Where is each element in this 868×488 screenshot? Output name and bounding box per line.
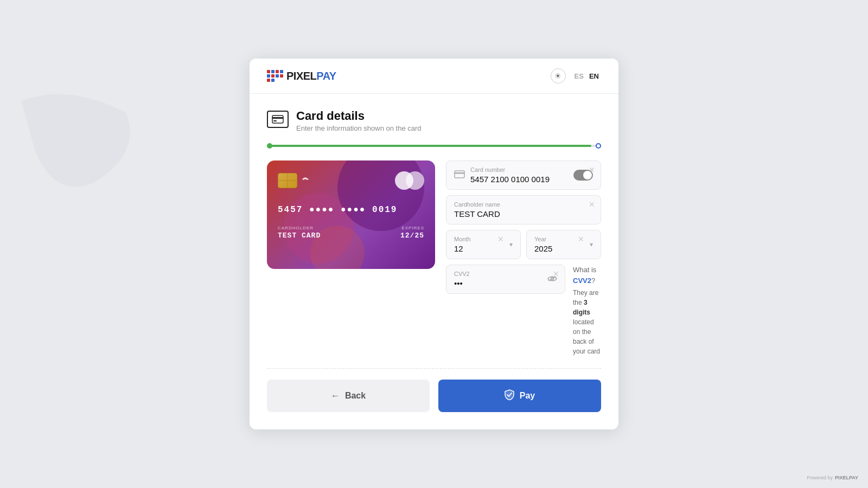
lang-controls: ☀ ES EN: [551, 68, 601, 84]
theme-toggle-button[interactable]: ☀: [551, 68, 566, 84]
card-top: [278, 171, 424, 190]
cardholder-asterisk: ✕: [589, 200, 595, 209]
cvv-asterisk: ✕: [553, 269, 559, 278]
expires-label: EXPIRES: [400, 226, 424, 230]
month-asterisk: ✕: [497, 235, 504, 243]
button-row: ← Back Pay: [267, 380, 601, 412]
month-value: 12: [454, 244, 505, 253]
expires-section: EXPIRES 12/25: [400, 226, 424, 240]
cvv-row: ✕ CVV2 •••: [446, 265, 601, 356]
payment-modal: PIXELPAY ☀ ES EN Card details Ente: [250, 59, 618, 429]
lang-es-button[interactable]: ES: [572, 71, 586, 81]
section-title: Card details: [296, 109, 422, 123]
cvv-hint-title: What is CVV2?: [573, 265, 601, 286]
cvv-hint-body: They are the 3 digits located on the bac…: [573, 288, 601, 356]
chip-icon: [278, 173, 297, 188]
cvv-inner: CVV2 •••: [454, 271, 547, 288]
card-number-field-inner: Card number 5457 2100 0100 0019: [454, 166, 593, 184]
cardholder-name-value: TEST CARD: [454, 209, 593, 219]
form-fields: ✕ Card number 5457 2100 0100 0019: [446, 160, 601, 356]
card-details-icon: [267, 111, 289, 128]
cardholder-value: TEST CARD: [278, 232, 321, 240]
year-field[interactable]: ✕ Year 2025 ▾: [526, 230, 601, 259]
cvv-value: •••: [454, 279, 547, 288]
logo-pay: PAY: [316, 70, 336, 82]
svg-rect-4: [455, 172, 464, 174]
card-icon: [454, 170, 465, 181]
cvv-hint: What is CVV2? They are the 3 digits loca…: [573, 265, 601, 356]
logo-grid-icon: [267, 70, 283, 82]
powered-by-text: Powered by: [807, 475, 833, 480]
pay-label: Pay: [520, 391, 535, 401]
bottom-branding: Powered by PIXELPAY: [807, 475, 858, 480]
cardholder-name-label: Cardholder name: [454, 201, 593, 208]
card-number-value: 5457 2100 0100 0019: [470, 175, 568, 184]
svg-rect-3: [455, 171, 464, 178]
cvv-field[interactable]: ✕ CVV2 •••: [446, 265, 565, 294]
logo-pixel: PIXEL: [286, 70, 316, 82]
logo: PIXELPAY: [267, 70, 336, 82]
brand-text: PIXELPAY: [835, 475, 858, 480]
toggle-knob: [583, 171, 592, 179]
cvv-hint-prefix: What is: [573, 266, 596, 274]
cardholder-name-field[interactable]: ✕ Cardholder name TEST CARD: [446, 195, 601, 224]
card-number-content: Card number 5457 2100 0100 0019: [470, 166, 568, 184]
card-number-toggle[interactable]: [573, 170, 593, 181]
cardholder-section: CARDHOLDER TEST CARD: [278, 226, 321, 240]
back-label: Back: [345, 391, 366, 401]
mc-circle-right: [406, 171, 424, 190]
svg-rect-1: [272, 117, 283, 119]
section-title-block: Card details Enter the information shown…: [296, 109, 422, 132]
contactless-icon: [301, 175, 310, 187]
language-switcher: ES EN: [572, 71, 601, 81]
card-number-display: 5457 ●●●● ●●●● 0019: [278, 205, 424, 215]
progress-end-dot: [596, 143, 601, 149]
cardholder-label: CARDHOLDER: [278, 226, 321, 230]
section-divider: [267, 368, 601, 369]
cvv-hint-body-suffix: located on the back of your card: [573, 318, 600, 355]
modal-body: Card details Enter the information shown…: [250, 94, 618, 429]
card-number-label: Card number: [470, 166, 568, 173]
expires-value: 12/25: [400, 232, 424, 240]
progress-start-dot: [267, 143, 272, 149]
expiry-row: ✕ Month 12 ▾ ✕ Year 2025 ▾: [446, 230, 601, 259]
year-chevron-icon: ▾: [590, 241, 593, 248]
card-number-field[interactable]: ✕ Card number 5457 2100 0100 0019: [446, 160, 601, 190]
cvv-label: CVV2: [454, 271, 547, 277]
cvv-hint-highlight: CVV2: [573, 277, 591, 285]
month-chevron-icon: ▾: [509, 241, 513, 248]
back-arrow-icon: ←: [331, 391, 340, 401]
month-field[interactable]: ✕ Month 12 ▾: [446, 230, 521, 259]
mastercard-logo: [395, 171, 424, 190]
section-subtitle: Enter the information shown on the card: [296, 124, 422, 132]
lang-en-button[interactable]: EN: [587, 71, 601, 81]
card-bottom: CARDHOLDER TEST CARD EXPIRES 12/25: [278, 226, 424, 240]
year-asterisk: ✕: [578, 235, 584, 243]
cvv-hint-suffix: ?: [591, 277, 595, 285]
pay-button[interactable]: Pay: [438, 380, 601, 412]
content-row: 5457 ●●●● ●●●● 0019 CARDHOLDER TEST CARD…: [267, 160, 601, 356]
svg-rect-2: [273, 120, 277, 121]
logo-text: PIXELPAY: [286, 70, 336, 82]
back-button[interactable]: ← Back: [267, 380, 430, 412]
chip-area: [278, 173, 310, 188]
modal-header: PIXELPAY ☀ ES EN: [250, 59, 618, 94]
svg-rect-0: [272, 115, 283, 123]
progress-fill: [267, 145, 591, 147]
progress-bar: [267, 143, 601, 149]
pay-shield-icon: [505, 389, 514, 402]
section-title-row: Card details Enter the information shown…: [267, 109, 601, 132]
year-value: 2025: [534, 244, 585, 253]
credit-card-visual: 5457 ●●●● ●●●● 0019 CARDHOLDER TEST CARD…: [267, 160, 435, 269]
